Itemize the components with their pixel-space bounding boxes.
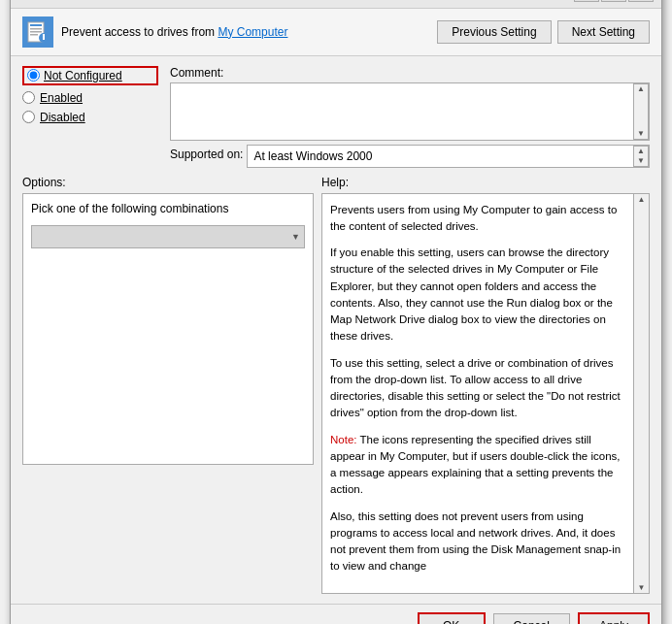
disabled-label[interactable]: Disabled — [40, 111, 85, 124]
main-content: Not Configured Enabled Disabled Comment: — [11, 56, 661, 604]
top-row: Not Configured Enabled Disabled Comment: — [22, 66, 650, 168]
options-content: Pick one of the following combinations ▼ — [22, 193, 314, 465]
options-description: Pick one of the following combinations — [31, 202, 305, 215]
next-setting-button[interactable]: Next Setting — [557, 20, 650, 44]
enabled-label[interactable]: Enabled — [40, 91, 83, 105]
help-para-4-rest: The icons representing the specified dri… — [330, 434, 621, 496]
svg-rect-4 — [30, 24, 42, 26]
comment-section: Comment: ▲ ▼ — [170, 66, 650, 141]
title-bar: Prevent access to drives from My Compute… — [11, 0, 661, 9]
options-help-row: Options: Pick one of the following combi… — [22, 176, 650, 594]
help-para-4: Note: The icons representing the specifi… — [330, 432, 625, 499]
not-configured-radio[interactable] — [27, 69, 40, 82]
help-content-box: Prevents users from using My Computer to… — [321, 193, 650, 594]
ok-button[interactable]: OK — [418, 612, 486, 625]
disabled-radio-item: Disabled — [22, 111, 158, 124]
help-text: Prevents users from using My Computer to… — [322, 194, 633, 593]
scroll-up-arrow: ▲ — [637, 85, 645, 93]
comment-box: ▲ ▼ — [170, 82, 650, 141]
comment-textarea[interactable] — [171, 83, 633, 140]
options-panel: Options: Pick one of the following combi… — [22, 176, 314, 594]
scroll-down-arrow: ▼ — [637, 157, 645, 165]
comment-label: Comment: — [170, 66, 650, 80]
scroll-up-arrow: ▲ — [637, 148, 645, 155]
supported-scrollbar: ▲ ▼ — [633, 146, 649, 167]
previous-setting-button[interactable]: Previous Setting — [437, 20, 551, 44]
not-configured-label[interactable]: Not Configured — [44, 69, 122, 82]
not-configured-box: Not Configured — [22, 66, 158, 85]
supported-box: At least Windows 2000 ▲ ▼ — [247, 145, 650, 168]
comment-wrapper: ▲ ▼ — [170, 82, 650, 141]
svg-rect-5 — [30, 28, 42, 30]
cancel-button[interactable]: Cancel — [493, 613, 570, 625]
help-para-2: If you enable this setting, users can br… — [330, 245, 625, 345]
title-controls: — □ ✕ — [574, 0, 654, 2]
supported-label: Supported on: — [170, 145, 243, 161]
supported-value: At least Windows 2000 — [248, 146, 633, 167]
scroll-down-arrow: ▼ — [637, 130, 645, 138]
options-dropdown[interactable]: ▼ — [31, 225, 305, 248]
help-panel: Help: Prevents users from using My Compu… — [321, 176, 650, 594]
options-label: Options: — [22, 176, 314, 189]
main-window: Prevent access to drives from My Compute… — [10, 0, 662, 624]
help-scrollbar: ▲ ▼ — [633, 194, 649, 593]
help-para-1: Prevents users from using My Computer to… — [330, 202, 625, 236]
header-title: Prevent access to drives from My Compute… — [61, 25, 287, 39]
dropdown-arrow-icon: ▼ — [291, 232, 300, 242]
policy-icon — [22, 16, 53, 48]
footer: OK Cancel Apply — [11, 604, 661, 625]
svg-rect-10 — [43, 34, 45, 36]
enabled-radio[interactable] — [22, 91, 35, 104]
disabled-radio[interactable] — [22, 111, 35, 123]
enabled-radio-item: Enabled — [22, 91, 158, 105]
help-label: Help: — [321, 176, 650, 189]
help-para-3: To use this setting, select a drive or c… — [330, 355, 625, 422]
header-buttons: Previous Setting Next Setting — [437, 20, 650, 44]
header-bar: Prevent access to drives from My Compute… — [11, 9, 661, 56]
apply-button[interactable]: Apply — [578, 612, 650, 625]
maximize-button[interactable]: □ — [601, 0, 626, 2]
help-para-5: Also, this setting does not prevent user… — [330, 509, 625, 575]
radio-column: Not Configured Enabled Disabled — [22, 66, 158, 168]
header-left: Prevent access to drives from My Compute… — [22, 16, 287, 48]
help-scroll-down-icon: ▼ — [638, 583, 646, 592]
close-button[interactable]: ✕ — [628, 0, 654, 2]
supported-row: Supported on: At least Windows 2000 ▲ ▼ — [170, 145, 650, 168]
note-label: Note: — [330, 434, 357, 445]
comment-scrollbar: ▲ ▼ — [633, 83, 649, 140]
svg-rect-6 — [30, 31, 42, 33]
header-title-link: My Computer — [218, 25, 287, 39]
right-top: Comment: ▲ ▼ Supported on: — [170, 66, 650, 168]
help-scroll-up-icon: ▲ — [638, 195, 646, 204]
svg-rect-7 — [30, 34, 38, 36]
minimize-button[interactable]: — — [574, 0, 599, 2]
svg-rect-9 — [43, 35, 45, 40]
